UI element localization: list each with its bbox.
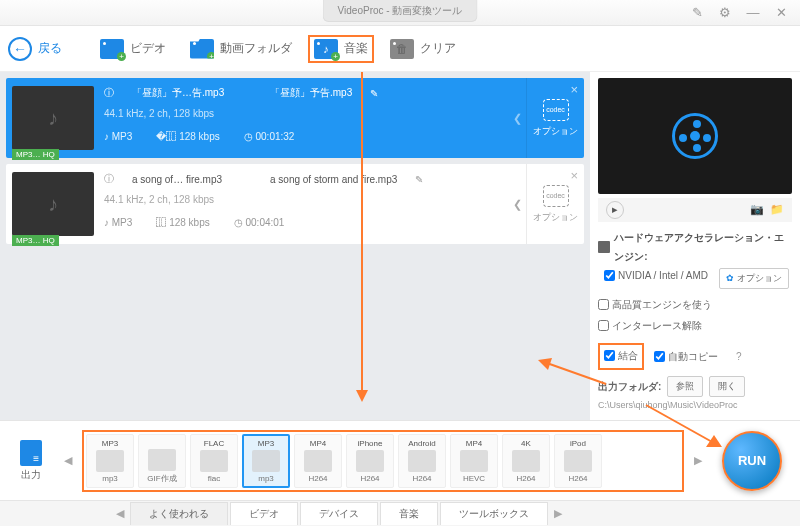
expand-icon[interactable]: ❮ — [509, 78, 526, 158]
file-list: ♪ MP3… HQ ⓘ 「昼顔」予…告.mp3 「昼顔」予告.mp3 ✎ 44.… — [0, 72, 590, 420]
category-tabs: ◀ よく使われるビデオデバイス音楽ツールボックス▶ — [0, 500, 800, 526]
close-button[interactable]: ✕ — [768, 3, 794, 23]
codec-icon: codec — [543, 99, 569, 121]
format-thumb-icon — [512, 450, 540, 472]
edit-name-icon[interactable]: ✎ — [370, 88, 378, 99]
video-icon: + — [100, 39, 124, 59]
source-filename: 「昼顔」予…告.mp3 — [132, 86, 252, 100]
scroll-right-button[interactable]: ▶ — [690, 454, 706, 467]
open-folder-button[interactable]: 📁 — [770, 203, 784, 216]
quality-badge: MP3… HQ — [12, 149, 59, 160]
play-button[interactable]: ▸ — [606, 201, 624, 219]
format-thumb-icon — [356, 450, 384, 472]
titlebar: VideoProc - 動画変換ツール ✎ ⚙ — ✕ — [0, 0, 800, 26]
hw-vendor-checkbox[interactable]: NVIDIA / Intel / AMD — [604, 266, 708, 285]
main-toolbar: ← 戻る + ビデオ + 動画フォルダ + 音楽 🗑 クリア — [0, 26, 800, 72]
merge-checkbox[interactable]: 結合 — [604, 346, 638, 365]
remove-item-button[interactable]: × — [570, 82, 578, 97]
settings-icon[interactable]: ⚙ — [712, 3, 738, 23]
format-thumb-icon — [252, 450, 280, 472]
file-thumbnail: ♪ MP3… HQ — [12, 172, 94, 236]
remove-item-button[interactable]: × — [570, 168, 578, 183]
format-preset[interactable]: 4KH264 — [502, 434, 550, 488]
add-music-button[interactable]: + 音楽 — [308, 35, 374, 63]
gear-icon: ✿ — [726, 270, 734, 287]
autocopy-checkbox[interactable]: 自動コピー — [654, 347, 718, 366]
svg-marker-1 — [356, 390, 368, 402]
snapshot-button[interactable]: 📷 — [750, 203, 764, 216]
category-tab[interactable]: デバイス — [300, 502, 378, 525]
output-folder-path: C:\Users\qiuhong\Music\VideoProc — [598, 397, 792, 414]
file-item[interactable]: ♪ MP3… HQ ⓘ 「昼顔」予…告.mp3 「昼顔」予告.mp3 ✎ 44.… — [6, 78, 584, 158]
folder-icon: + — [190, 39, 214, 59]
source-filename: a song of… fire.mp3 — [132, 174, 252, 185]
open-output-button[interactable]: 開く — [709, 376, 745, 397]
back-arrow-icon: ← — [8, 37, 32, 61]
format-preset[interactable]: MP3mp3 — [242, 434, 290, 488]
svg-marker-5 — [706, 435, 722, 447]
output-icon — [20, 440, 42, 466]
edit-name-icon[interactable]: ✎ — [415, 174, 423, 185]
format-thumb-icon — [564, 450, 592, 472]
back-label: 戻る — [38, 40, 62, 57]
output-filename: a song of storm and fire.mp3 — [270, 174, 397, 185]
preview-panel — [598, 78, 792, 194]
category-tab[interactable]: ツールボックス — [440, 502, 548, 525]
file-thumbnail: ♪ MP3… HQ — [12, 86, 94, 150]
media-info: 44.1 kHz, 2 ch, 128 kbps — [104, 194, 505, 205]
quality-badge: MP3… HQ — [12, 235, 59, 246]
file-item[interactable]: ♪ MP3… HQ ⓘ a song of… fire.mp3 a song o… — [6, 164, 584, 244]
hw-option-button[interactable]: ✿オプション — [719, 268, 789, 289]
deinterlace-checkbox[interactable]: インターレース解除 — [598, 316, 702, 335]
format-thumb-icon — [304, 450, 332, 472]
info-icon[interactable]: ⓘ — [104, 86, 114, 100]
clear-button[interactable]: 🗑 クリア — [382, 35, 464, 63]
format-preset[interactable]: MP4H264 — [294, 434, 342, 488]
feedback-icon[interactable]: ✎ — [684, 3, 710, 23]
format-thumb-icon — [148, 449, 176, 471]
minimize-button[interactable]: — — [740, 3, 766, 23]
add-folder-button[interactable]: + 動画フォルダ — [182, 35, 300, 63]
category-tab[interactable]: ビデオ — [230, 502, 298, 525]
format-preset[interactable]: MP4HEVC — [450, 434, 498, 488]
category-tab[interactable]: 音楽 — [380, 502, 438, 525]
output-folder-label: 出力フォルダ: — [598, 377, 661, 396]
format-thumb-icon — [460, 450, 488, 472]
chip-icon — [598, 241, 610, 253]
help-icon[interactable]: ? — [736, 347, 742, 366]
output-filename: 「昼顔」予告.mp3 — [270, 86, 352, 100]
music-icon: + — [314, 39, 338, 59]
hw-accel-title: ハードウェアアクセラレーション・エンジン: — [614, 228, 792, 266]
scroll-left-button[interactable]: ◀ — [60, 454, 76, 467]
format-thumb-icon — [200, 450, 228, 472]
back-button[interactable]: ← 戻る — [8, 37, 62, 61]
format-thumb-icon — [408, 450, 436, 472]
format-preset[interactable]: MP3mp3 — [86, 434, 134, 488]
format-thumb-icon — [96, 450, 124, 472]
info-icon[interactable]: ⓘ — [104, 172, 114, 186]
category-tab[interactable]: よく使われる — [130, 502, 228, 525]
media-info: 44.1 kHz, 2 ch, 128 kbps — [104, 108, 505, 119]
format-preset[interactable]: FLACflac — [190, 434, 238, 488]
format-preset[interactable]: AndroidH264 — [398, 434, 446, 488]
codec-icon: codec — [543, 185, 569, 207]
app-title: VideoProc - 動画変換ツール — [323, 0, 478, 22]
format-preset[interactable]: iPhoneH264 — [346, 434, 394, 488]
trash-icon: 🗑 — [390, 39, 414, 59]
run-button[interactable]: RUN — [722, 431, 782, 491]
format-preset[interactable]: GIF作成 — [138, 434, 186, 488]
app-logo-icon — [672, 113, 718, 159]
add-video-button[interactable]: + ビデオ — [92, 35, 174, 63]
format-preset[interactable]: iPodH264 — [554, 434, 602, 488]
expand-icon[interactable]: ❮ — [509, 164, 526, 244]
format-list: MP3mp3 GIF作成FLACflacMP3mp3MP4H264iPhoneH… — [82, 430, 684, 492]
tab-scroll-right[interactable]: ▶ — [550, 507, 566, 520]
hq-engine-checkbox[interactable]: 高品質エンジンを使う — [598, 295, 712, 314]
browse-button[interactable]: 参照 — [667, 376, 703, 397]
output-label: 出力 — [21, 468, 41, 482]
tab-scroll-left[interactable]: ◀ — [112, 507, 128, 520]
